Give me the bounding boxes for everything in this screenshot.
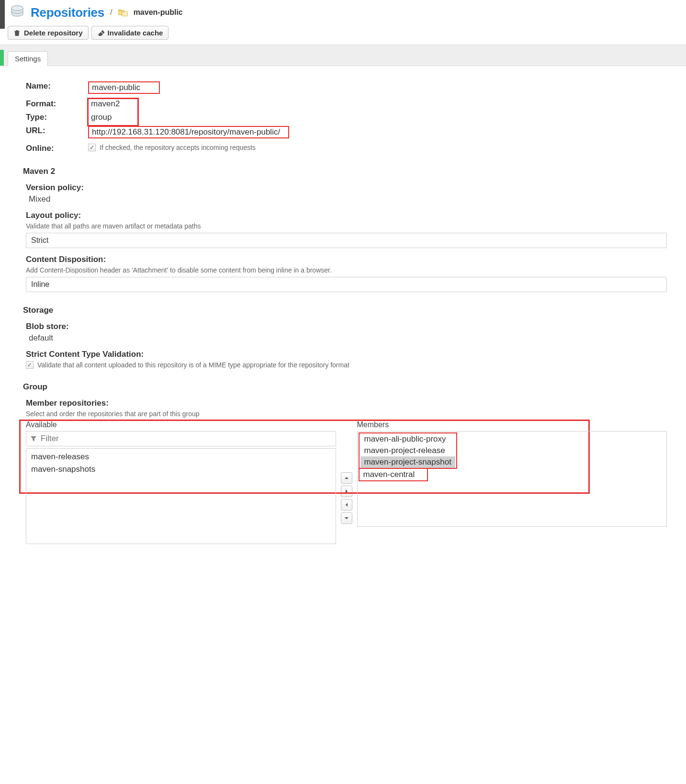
settings-panel: Name: maven-public Format: maven2 Type: …	[0, 66, 686, 570]
section-storage: Storage Blob store: default Strict Conte…	[26, 306, 667, 369]
chevron-down-icon	[344, 516, 349, 521]
version-policy-value: Mixed	[29, 194, 667, 204]
layout-policy-label: Layout policy:	[26, 211, 667, 220]
prop-type-label: Type:	[26, 113, 88, 122]
available-column: Available maven-releases maven-snapshots	[26, 420, 336, 544]
chevron-up-icon	[344, 476, 349, 480]
prop-format-label: Format:	[26, 99, 88, 109]
strict-validation-help: Validate that all content uploaded to th…	[37, 361, 349, 369]
storage-heading: Storage	[23, 306, 667, 315]
list-item[interactable]: maven-project-snapshot	[360, 456, 455, 468]
blob-store-value: default	[29, 333, 667, 343]
members-heading: Members	[357, 420, 667, 429]
strict-validation-label: Strict Content Type Validation:	[26, 350, 667, 359]
tab-bar: Settings	[0, 45, 686, 66]
filter-box[interactable]	[26, 431, 336, 446]
prop-online-label: Online:	[26, 144, 88, 153]
repositories-icon	[10, 5, 25, 20]
strict-validation-checkbox[interactable]: ✓	[26, 361, 34, 369]
section-maven2: Maven 2 Version policy: Mixed Layout pol…	[26, 167, 667, 292]
list-item[interactable]: maven-snapshots	[26, 463, 336, 476]
chevron-right-icon	[344, 489, 349, 494]
tab-settings[interactable]: Settings	[8, 51, 48, 66]
list-item[interactable]: maven-ali-public-proxy	[360, 433, 455, 445]
delete-repository-button[interactable]: Delete repository	[8, 26, 89, 40]
delete-label: Delete repository	[24, 29, 83, 37]
content-disposition-select[interactable]: Inline	[26, 277, 667, 292]
breadcrumb-repo-name: maven-public	[134, 8, 183, 17]
members-list[interactable]: maven-ali-public-proxy maven-project-rel…	[357, 431, 667, 527]
svg-rect-5	[122, 11, 124, 12]
layout-policy-select[interactable]: Strict	[26, 233, 667, 248]
svg-rect-4	[122, 11, 127, 16]
move-up-button[interactable]	[341, 472, 352, 484]
online-help: If checked, the repository accepts incom…	[100, 144, 256, 151]
layout-policy-help: Validate that all paths are maven artifa…	[26, 222, 667, 230]
available-list[interactable]: maven-releases maven-snapshots	[26, 448, 336, 544]
prop-format-value: maven2	[88, 99, 123, 109]
prop-url-label: URL:	[26, 126, 88, 136]
available-heading: Available	[26, 420, 336, 429]
filter-icon	[30, 435, 37, 442]
blob-store-label: Blob store:	[26, 322, 667, 331]
member-repos-label: Member repositories:	[26, 398, 667, 408]
section-group: Group Member repositories: Select and or…	[26, 382, 667, 544]
prop-name-label: Name:	[26, 81, 88, 91]
active-strip	[0, 50, 4, 66]
eraser-icon	[97, 29, 104, 36]
list-item[interactable]: maven-central	[360, 469, 427, 480]
prop-name-value: maven-public	[88, 81, 160, 94]
breadcrumb: Repositories / maven-public	[0, 0, 686, 25]
add-member-button[interactable]	[341, 486, 352, 497]
maven2-heading: Maven 2	[23, 167, 667, 176]
transfer-buttons	[338, 472, 355, 544]
trash-icon	[13, 29, 21, 36]
chevron-left-icon	[344, 502, 349, 507]
list-item[interactable]: maven-project-release	[360, 445, 455, 456]
svg-rect-3	[118, 10, 121, 11]
remove-member-button[interactable]	[341, 499, 352, 511]
group-dual-list: Available maven-releases maven-snapshots	[26, 420, 667, 544]
toolbar: Delete repository Invalidate cache	[0, 25, 686, 45]
list-item[interactable]: maven-releases	[26, 451, 336, 463]
invalidate-label: Invalidate cache	[108, 29, 163, 37]
move-down-button[interactable]	[341, 512, 352, 524]
dark-left-strip	[0, 0, 5, 29]
content-disposition-label: Content Disposition:	[26, 255, 667, 264]
svg-point-1	[11, 6, 23, 11]
members-column: Members maven-ali-public-proxy maven-pro…	[357, 420, 667, 544]
group-repo-icon	[118, 9, 128, 16]
prop-url-value[interactable]: http://192.168.31.120:8081/repository/ma…	[88, 126, 289, 138]
version-policy-label: Version policy:	[26, 183, 667, 193]
breadcrumb-separator: /	[110, 8, 112, 17]
repositories-title-link[interactable]: Repositories	[31, 5, 104, 20]
invalidate-cache-button[interactable]: Invalidate cache	[91, 26, 169, 40]
content-disposition-help: Add Content-Disposition header as 'Attac…	[26, 266, 667, 274]
online-checkbox[interactable]: ✓	[88, 144, 96, 151]
filter-input[interactable]	[41, 434, 332, 443]
group-heading: Group	[23, 382, 667, 392]
member-repos-help: Select and order the repositories that a…	[26, 410, 667, 418]
prop-type-value: group	[88, 113, 114, 122]
